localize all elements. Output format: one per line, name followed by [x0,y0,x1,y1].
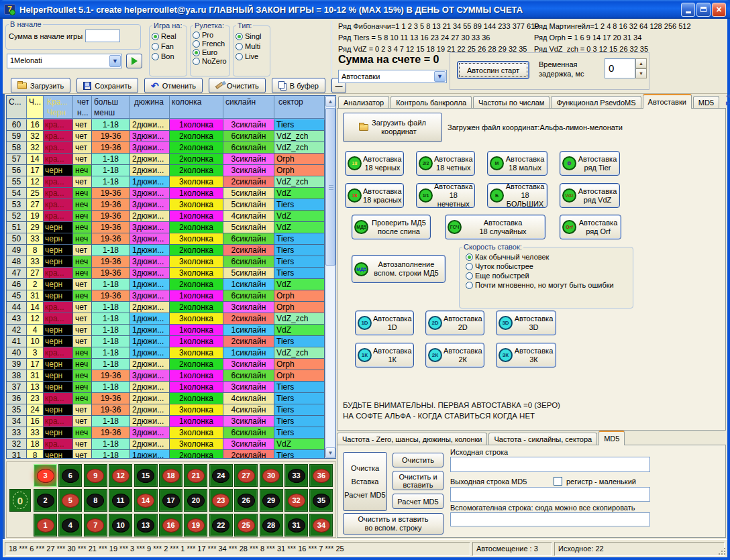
delay-value-input[interactable]: 0 [605,58,635,78]
load-coords-button[interactable]: Загрузить файл координат [343,113,442,142]
profile-combo[interactable]: 1Melonati ▼ [7,54,122,68]
table-row-47[interactable]: 4727кра...неч19-363дюжи...3колонка5сикла… [7,268,325,279]
board-cell-26[interactable]: 26 [234,489,258,512]
autobet-2k[interactable]: 2КАвтоставка2К [425,343,484,368]
play-type-group-option-1[interactable]: Multi [236,42,268,50]
board-cell-31[interactable]: 31 [284,514,308,537]
autobet-18-black[interactable]: 18Автоставка18 черных [345,151,404,176]
board-cell-29[interactable]: 29 [260,489,283,512]
minimize-button[interactable] [681,3,695,17]
board-cell-14[interactable]: 14 [134,489,158,512]
column-header-5[interactable]: дюжина [130,96,170,118]
speed-option-2[interactable]: Еще побыстрей [466,272,631,280]
board-cell-33[interactable]: 33 [284,464,308,487]
load-button[interactable]: Загрузить [11,78,70,93]
speed-option-3[interactable]: Почти мгновенно, но могут быть ошибки [466,281,631,289]
output-string-input[interactable] [450,487,650,502]
autobet-18-big[interactable]: БАвтоставка18 БОЛЬШИХ [487,183,548,208]
column-header-6[interactable]: колонка [170,96,223,118]
autobet-1d[interactable]: 1DАвтоставка1D [355,311,414,335]
table-row-56[interactable]: 5617черннеч1-182дюжи...2колонка3сиклайнO… [7,165,325,176]
table-scrollbar[interactable]: ▲ ▼ [325,96,335,458]
table-row-41[interactable]: 4110чернчет1-181дюжи...1колонка2сиклайнT… [7,336,325,347]
clear-button[interactable]: Очистить [393,453,444,467]
table-row-58[interactable]: 5832кра...чет19-363дюжи...2колонка6сикла… [7,142,325,154]
table-row-33[interactable]: 3333черннеч19-363дюжи...3колонка6сиклайн… [7,427,325,439]
aux-string-input[interactable] [450,512,650,526]
roulette-type-group-option-0[interactable]: Pro [193,31,227,39]
table-row-48[interactable]: 4833черннеч19-363дюжи...3колонка6сиклайн… [7,256,325,268]
play-type-group-option-0[interactable]: Singl [236,32,268,40]
table-row-44[interactable]: 4414кра...чет1-182дюжи...2колонка3сиклай… [7,302,325,313]
table-row-53[interactable]: 5327кра...неч19-363дюжи...3колонка5сикла… [7,199,325,211]
table-row-39[interactable]: 3917черннеч1-182дюжи...2колонка3сиклайнO… [7,359,325,370]
tab-autobets[interactable]: Автоставки [643,94,692,109]
clear-paste-aux-button[interactable]: Очистить и вставить во вспом. строку [343,513,444,535]
column-header-7[interactable]: сиклайн [223,96,274,118]
board-cell-23[interactable]: 23 [209,489,233,512]
table-row-42[interactable]: 424чернчет1-181дюжи...1колонка1сиклайнVd… [7,325,325,336]
maximize-button[interactable] [696,3,711,17]
autobet-row-vdz[interactable]: VdzАвтоставкаряд VdZ [560,183,620,208]
clear-and-paste-button[interactable]: Очистить и вставить [393,471,444,490]
scroll-down-icon[interactable]: ▼ [325,447,335,458]
board-cell-21[interactable]: 21 [184,464,207,487]
board-cell-27[interactable]: 27 [234,464,258,487]
play-type-group-option-2[interactable]: Live [236,52,268,60]
tab-scroll-arrows[interactable]: ◄ ► [725,92,730,107]
board-cell-35[interactable]: 35 [309,489,333,512]
game-on-group-option-0[interactable]: Real [152,32,185,40]
board-cell-11[interactable]: 11 [109,489,132,512]
table-row-31[interactable]: 318чернчет1-181дюжи...2колонка2сиклайнTi… [7,450,325,458]
autobet-18-odd[interactable]: 1/1Автоставка18 нечетных [416,183,475,208]
autobet-1k[interactable]: 1КАвтоставка1К [355,343,414,368]
board-cell-15[interactable]: 15 [134,464,158,487]
check-md5-after-spin-button[interactable]: МД5Проверить МД5после спина [352,215,431,239]
stepper-down-button[interactable]: ▼ [635,68,647,78]
tab-md5-bottom[interactable]: MD5 [598,431,625,445]
board-cell-5[interactable]: 5 [58,489,82,512]
board-cell-34[interactable]: 34 [309,514,333,537]
autobet-row-tier[interactable]: ❂Автоставкаряд Tier [560,151,620,176]
chevron-down-icon[interactable]: ▼ [434,71,446,82]
table-row-45[interactable]: 4531черннеч19-363дюжи...1колонка6сиклайн… [7,290,325,302]
board-cell-24[interactable]: 24 [209,464,233,487]
table-row-40[interactable]: 403кра...неч1-181дюжи...3колонка1сиклайн… [7,347,325,359]
copy-to-buffer-button[interactable]: В буфер [272,78,325,93]
table-row-46[interactable]: 462чернчет1-181дюжи...2колонка1сиклайнVd… [7,279,325,290]
table-row-50[interactable]: 5033черннеч19-363дюжи...3колонка6сиклайн… [7,233,325,245]
board-cell-0[interactable]: 0 [9,489,31,512]
scroll-up-icon[interactable]: ▲ [325,96,335,107]
autobet-18-random[interactable]: ГСЧАвтоставка18 случайных [445,215,545,239]
tab-md5[interactable]: MD5 [693,96,719,109]
board-cell-19[interactable]: 19 [184,514,207,537]
column-header-1[interactable]: Ч... [27,96,44,118]
roulette-type-group-option-1[interactable]: French [193,40,227,48]
lowercase-checkbox[interactable] [554,477,562,486]
table-row-36[interactable]: 3623кра...неч19-362дюжи...2колонка4сикла… [7,393,325,404]
autobet-3k[interactable]: 3КАвтоставка3К [496,343,556,368]
board-cell-8[interactable]: 8 [84,489,107,512]
table-row-49[interactable]: 498чернчет1-181дюжи...2колонка2сиклайнTi… [7,245,325,256]
stepper-up-button[interactable]: ▲ [635,58,647,68]
start-sum-input[interactable] [85,30,120,42]
roulette-type-group-option-2[interactable]: Euro [193,48,227,56]
autospin-start-button[interactable]: Автоспин старт [457,61,529,79]
game-on-group-option-2[interactable]: Bon [152,52,185,60]
speed-option-0[interactable]: Как обычный человек [466,253,631,261]
tab-freq-sixlines-sectors[interactable]: Частота - сиклайны, сектора [488,433,597,445]
board-cell-7[interactable]: 7 [84,514,107,537]
calc-md5-button[interactable]: Расчет MD5 [393,494,444,509]
autofill-md5-button[interactable]: МД5 Автозаполнение вспом. строки МД5 [352,255,446,283]
column-header-2[interactable]: Кра...Черн [44,96,73,118]
tab-psevdoms-functional[interactable]: Функционал PsevdoMS [551,96,641,109]
board-cell-3[interactable]: 3 [34,464,57,487]
clear-paste-calc-button[interactable]: Очистка Вставка Расчет MD5 [343,452,387,511]
column-header-3[interactable]: четн... [73,96,92,118]
table-row-51[interactable]: 5129черннеч19-363дюжи...2колонка5сиклайн… [7,222,325,233]
board-cell-18[interactable]: 18 [159,464,182,487]
board-cell-16[interactable]: 16 [159,514,182,537]
speed-option-1[interactable]: Чуток побыстрее [466,262,631,270]
board-cell-30[interactable]: 30 [260,464,283,487]
board-cell-10[interactable]: 10 [109,514,132,537]
